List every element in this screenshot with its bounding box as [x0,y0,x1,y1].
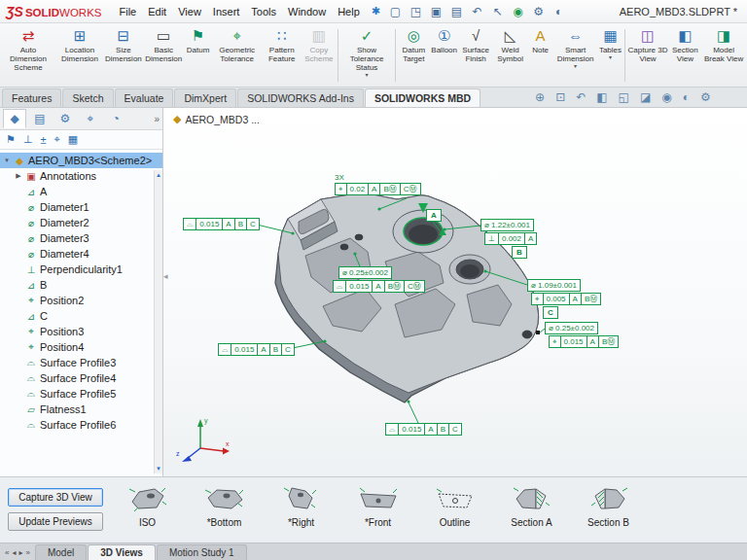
menu-tools[interactable]: Tools [245,3,282,20]
tab-solidworks-add-ins[interactable]: SOLIDWORKS Add-Ins [237,88,364,107]
menu-edit[interactable]: Edit [142,3,172,20]
datum-button[interactable]: ⚑ Datum [185,24,212,87]
undo-icon[interactable]: ↶ [468,3,486,20]
callout-surface-profile[interactable]: ⌓ 0.015 A B C [183,218,260,230]
menu-window[interactable]: Window [282,3,332,20]
breadcrumb[interactable]: ◆ AERO_MBD3 ... [173,113,260,125]
tree-item-surface-profile5[interactable]: ⌓ Surface Profile5 [0,386,162,402]
callout-diameter-0-25-right[interactable]: ⌀ 0.25±0.002 ⌖ 0.015 A BⓂ [545,322,619,348]
tree-scrollbar[interactable]: ▲ ▼ [154,170,162,473]
dropdown-caret-icon[interactable]: ▾ [365,72,368,79]
perpendicularity-tool-icon[interactable]: ⊥ [23,133,33,146]
tree-item-diameter3[interactable]: ⌀ Diameter3 [0,230,162,246]
callout-diameter-0-25-left[interactable]: ⌀ 0.25±0.002 ⌓ 0.015 A BⓂ CⓂ [333,266,425,293]
open-icon[interactable]: ◳ [407,3,425,20]
hole-0-25-b[interactable] [355,234,363,240]
note-button[interactable]: A Note [527,24,554,87]
callout-surface-profile[interactable]: ⌓ 0.015 A B C [385,423,462,436]
view-thumb-section-a[interactable]: Section A [493,482,570,528]
tree-item-annotations[interactable]: ▶ ▣ Annotations [0,168,162,184]
graphics-viewport[interactable]: y x z ◆ AERO_MBD3 ... ◂ 3X ⌖ 0.02 A BⓂ C… [163,108,747,476]
model-3d[interactable]: y x z [163,108,747,476]
configurationmanager-tab-icon[interactable]: ⚙ [53,110,77,127]
hole-0-25-a[interactable] [340,244,348,250]
tree-item-root[interactable]: ▾ ◆ AERO_MBD3<Scheme2> [0,153,162,168]
datum-target-button[interactable]: ◎ Datum Target [397,24,431,87]
scene-settings-icon[interactable]: ⚙ [700,90,711,104]
surface-finish-button[interactable]: √ Surface Finish [458,24,494,87]
dropdown-caret-icon[interactable]: ▾ [574,63,577,70]
view-thumb-front[interactable]: *Front [339,482,416,528]
displaymanager-tab-icon[interactable]: ◔ [104,110,127,127]
tab-features[interactable]: Features [2,88,61,107]
callout-diameter-1-22[interactable]: ⌀ 1.22±0.001 ⊥ 0.002 A B [480,219,537,259]
auto-dimension-scheme-button[interactable]: ⇄ Auto Dimension Scheme [1,24,55,87]
print-icon[interactable]: ▤ [447,3,466,20]
smart-dimension-button[interactable]: ⇔ Smart Dimension ▾ [554,24,597,87]
expand-caret-icon[interactable]: ▾ [3,157,11,164]
zoom-fit-icon[interactable]: ⊡ [555,90,565,104]
callout-surface-profile[interactable]: ⌓ 0.015 A B C [218,343,295,356]
menu-view[interactable]: View [172,3,207,20]
tree-item-datum-a[interactable]: ⊿ A [0,184,162,199]
tree-item-surface-profile4[interactable]: ⌓ Surface Profile4 [0,370,162,386]
appearance-icon[interactable]: ◐ [550,3,568,20]
select-icon[interactable]: ↖ [488,3,507,20]
view-thumb-right[interactable]: *Right [263,482,339,528]
menu-insert[interactable]: Insert [207,3,246,20]
callout-position-pattern[interactable]: 3X ⌖ 0.02 A BⓂ CⓂ [335,174,421,195]
balloon-button[interactable]: ① Balloon [431,24,458,87]
tree-item-datum-b[interactable]: ⊿ B [0,277,162,293]
tab-evaluate[interactable]: Evaluate [115,88,174,107]
scroll-up-icon[interactable]: ▲ [156,172,161,178]
tree-item-position3[interactable]: ⌖ Position3 [0,324,162,339]
rebuild-icon[interactable]: ◉ [509,3,527,20]
callout-datum-a[interactable]: A [426,209,442,222]
datum-tool-icon[interactable]: ⚑ [6,133,16,146]
tolerance-tool-icon[interactable]: ± [40,134,46,146]
dimxpertmanager-tab-icon[interactable]: ⌖ [79,110,102,127]
tab-sketch[interactable]: Sketch [62,88,113,107]
view-orientation-icon[interactable]: ◱ [619,90,629,104]
hole-1-09-bore[interactable] [460,264,480,278]
geometric-tolerance-button[interactable]: ⌖ Geometric Tolerance [212,24,263,87]
position-tool-icon[interactable]: ⌖ [54,133,60,146]
tree-item-surface-profile3[interactable]: ⌓ Surface Profile3 [0,355,162,370]
new-document-icon[interactable]: ▢ [386,3,405,20]
scroll-down-icon[interactable]: ▼ [156,466,161,472]
section-view-icon[interactable]: ◧ [596,90,607,104]
tree-item-diameter1[interactable]: ⌀ Diameter1 [0,199,162,215]
view-thumb-outline[interactable]: Outline [416,482,493,528]
panel-chevron-icon[interactable]: » [154,114,160,124]
previous-view-icon[interactable]: ↶ [576,90,586,104]
view-thumb-iso[interactable]: ISO [109,482,186,528]
panel-collapse-handle[interactable]: ◂ [163,271,168,281]
tree-item-diameter4[interactable]: ⌀ Diameter4 [0,246,162,262]
save-icon[interactable]: ▣ [427,3,445,20]
tree-item-flatness1[interactable]: ▱ Flatness1 [0,402,162,417]
previous-tab-icon[interactable]: ◂ [12,548,16,557]
basic-dimension-button[interactable]: ▭ Basic Dimension [143,24,185,87]
last-tab-icon[interactable]: » [25,548,29,557]
show-tolerance-status-button[interactable]: ✓ Show Tolerance Status ▾ [339,24,394,87]
tab-model[interactable]: Model [35,544,87,560]
tree-item-position2[interactable]: ⌖ Position2 [0,293,162,308]
view-thumb-section-b[interactable]: Section B [570,482,647,528]
tree-item-diameter2[interactable]: ⌀ Diameter2 [0,215,162,230]
callout-diameter-1-09[interactable]: ⌀ 1.09±0.001 ⌖ 0.005 A BⓂ C [527,279,601,319]
model-break-view-button[interactable]: ◨ Model Break View [701,24,746,87]
weld-symbol-button[interactable]: ◺ Weld Symbol [494,24,527,87]
menu-file[interactable]: File [113,3,142,20]
capture-3d-view-button[interactable]: ◫ Capture 3D View [626,24,668,87]
first-tab-icon[interactable]: « [5,548,9,557]
hole-1-22-bore[interactable] [409,225,438,244]
menu-help[interactable]: Help [332,3,366,20]
tables-button[interactable]: ▦ Tables ▾ [596,24,623,87]
hole-0-25-c[interactable] [522,331,532,338]
display-style-icon[interactable]: ◪ [640,90,651,104]
expand-arrow-icon[interactable]: ▶ [15,172,22,180]
tree-item-datum-c[interactable]: ⊿ C [0,308,162,324]
location-dimension-button[interactable]: ⊞ Location Dimension [55,24,104,87]
options-icon[interactable]: ⚙ [529,3,548,20]
tree-item-position4[interactable]: ⌖ Position4 [0,339,162,355]
